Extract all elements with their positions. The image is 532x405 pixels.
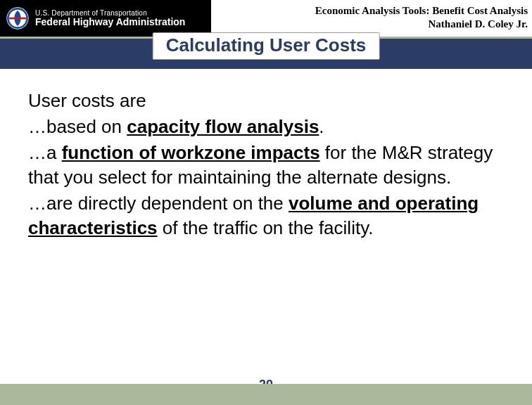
body-point-2: …a function of workzone impacts for the …: [28, 141, 504, 190]
slide-meta: Economic Analysis Tools: Benefit Cost An…: [315, 4, 528, 31]
meta-line2: Nathaniel D. Coley Jr.: [315, 18, 528, 31]
agency-text: U.S. Department of Transportation Federa…: [35, 9, 185, 27]
svg-rect-2: [9, 18, 26, 20]
title-band: Calculating User Costs: [0, 37, 532, 69]
slide-title: Calculating User Costs: [166, 34, 367, 56]
header-region: U.S. Department of Transportation Federa…: [0, 0, 532, 37]
slide-body: User costs are …based on capacity flow a…: [0, 69, 532, 241]
footer-band: [0, 384, 532, 405]
agency-brand: U.S. Department of Transportation Federa…: [0, 0, 211, 37]
dept-line2: Federal Highway Administration: [35, 17, 185, 27]
body-point-3: …are directly dependent on the volume an…: [28, 191, 504, 240]
title-box: Calculating User Costs: [153, 32, 380, 60]
body-point-1: …based on capacity flow analysis.: [28, 115, 504, 139]
meta-line1: Economic Analysis Tools: Benefit Cost An…: [315, 4, 528, 18]
dot-logo-icon: [6, 6, 30, 30]
body-intro: User costs are: [28, 89, 504, 113]
